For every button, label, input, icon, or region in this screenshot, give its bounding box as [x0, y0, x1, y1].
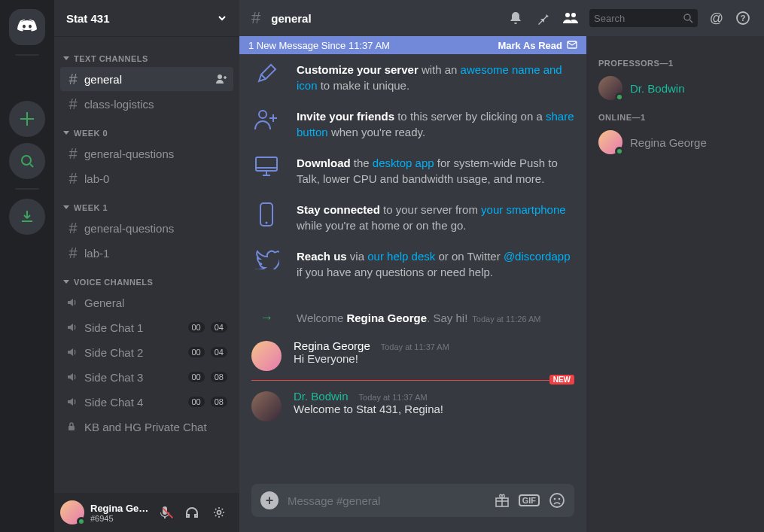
server-header[interactable]: Stat 431	[54, 0, 239, 36]
emoji-button[interactable]	[549, 492, 565, 509]
voice-badge: 04	[211, 347, 227, 357]
message-time: Today at 11:37 AM	[381, 342, 449, 351]
lock-icon	[66, 421, 80, 432]
channel-name: Side Chat 2	[84, 346, 143, 359]
voice-channel[interactable]: Side Chat 10004	[60, 315, 233, 339]
text-channel[interactable]: #general-questions	[60, 141, 233, 166]
voice-channel[interactable]: Side Chat 40008	[60, 390, 233, 414]
svg-rect-11	[256, 157, 277, 171]
chevron-down-icon	[217, 13, 227, 23]
notifications-icon[interactable]	[508, 11, 525, 26]
voice-badge: 08	[211, 397, 227, 407]
message: Dr. BodwinToday at 11:37 AMWelcome to St…	[251, 384, 574, 424]
member-prof[interactable]: Dr. Bodwin	[598, 72, 758, 104]
welcome-text: Download the desktop app for system-wide…	[297, 155, 574, 187]
locked-channel[interactable]: KB and HG Private Chat	[60, 415, 233, 439]
speaker-icon	[66, 396, 80, 408]
category-header[interactable]: VOICE CHANNELS	[60, 266, 239, 290]
svg-point-10	[259, 111, 266, 118]
desktop-icon	[251, 155, 282, 187]
welcome-text: Customize your server with an awesome na…	[297, 62, 574, 93]
join-message: →Welcome Regina George. Say hi!Today at …	[251, 287, 574, 333]
twitter-icon	[251, 248, 282, 280]
gift-button[interactable]	[495, 493, 510, 508]
svg-point-16	[266, 222, 268, 224]
message-text: Welcome to Stat 431, Regina!	[294, 403, 574, 415]
mark-as-read: Mark As Read	[498, 40, 563, 51]
text-channel[interactable]: #lab-1	[60, 241, 233, 265]
avatar	[598, 76, 622, 100]
hash-icon: #	[251, 8, 260, 28]
pinned-icon[interactable]	[535, 11, 552, 26]
explore-button[interactable]	[9, 143, 45, 179]
pencil-icon	[251, 62, 282, 93]
add-server-button[interactable]	[9, 101, 45, 137]
member-name: Dr. Bodwin	[630, 82, 685, 95]
voice-channel[interactable]: Side Chat 20004	[60, 340, 233, 364]
speaker-icon	[66, 371, 80, 383]
members-sidebar: PROFESSORS—1Dr. BodwinONLINE—1Regina Geo…	[586, 36, 764, 532]
mute-button[interactable]	[158, 506, 179, 519]
search-input[interactable]: Search	[589, 9, 698, 27]
hash-icon: #	[66, 145, 80, 163]
gif-button[interactable]: GIF	[519, 494, 540, 506]
member-name: Regina George	[630, 136, 707, 149]
voice-badge: 08	[211, 372, 227, 382]
category-header[interactable]: TEXT CHANNELS	[60, 42, 239, 66]
voice-badge: 00	[188, 322, 205, 333]
chat-area: # general Search @ ? 1 New Message Since…	[239, 0, 764, 532]
attach-button[interactable]: +	[260, 491, 279, 509]
settings-button[interactable]	[212, 506, 233, 519]
svg-point-2	[218, 74, 222, 79]
hash-icon: #	[66, 245, 80, 262]
svg-line-1	[30, 164, 33, 167]
message-time: Today at 11:37 AM	[359, 393, 428, 402]
voice-badge: 00	[188, 397, 205, 407]
members-toggle-icon[interactable]	[562, 11, 579, 26]
avatar[interactable]	[251, 391, 282, 421]
text-channel[interactable]: #general-questions	[60, 216, 233, 240]
svg-point-0	[22, 156, 31, 165]
channel-name: general-questions	[84, 147, 174, 160]
help-icon[interactable]: ?	[735, 11, 752, 26]
voice-channel[interactable]: General	[60, 290, 233, 315]
new-divider: NEW	[251, 380, 574, 381]
search-placeholder: Search	[594, 13, 683, 24]
speaker-icon	[66, 321, 80, 333]
deafen-button[interactable]	[185, 506, 206, 519]
svg-rect-3	[68, 426, 75, 430]
text-channel[interactable]: #general	[60, 67, 233, 91]
text-channel[interactable]: #lab-0	[60, 166, 233, 190]
voice-channel[interactable]: Side Chat 30008	[60, 365, 233, 389]
message-author[interactable]: Dr. Bodwin	[294, 390, 349, 403]
category-header[interactable]: WEEK 1	[60, 191, 239, 215]
welcome-text: Stay connected to your server from your …	[297, 202, 574, 233]
add-user-icon[interactable]	[215, 73, 227, 85]
hash-icon: #	[66, 170, 80, 187]
download-apps-button[interactable]	[9, 199, 45, 235]
message-input[interactable]: + Message #general GIF	[251, 484, 574, 517]
channel-name: lab-1	[84, 247, 109, 260]
member-group-label: PROFESSORS—1	[598, 59, 758, 68]
channel-name: KB and HG Private Chat	[84, 421, 207, 433]
self-avatar[interactable]	[60, 500, 84, 524]
welcome-text: Invite your friends to this server by cl…	[297, 108, 574, 140]
hash-icon: #	[66, 96, 80, 113]
voice-badge: 00	[188, 347, 205, 357]
avatar[interactable]	[251, 341, 282, 371]
avatar	[598, 130, 622, 154]
category-header[interactable]: WEEK 0	[60, 117, 239, 141]
message-text: Hi Everyone!	[294, 352, 574, 365]
channel-name: general	[84, 73, 122, 86]
speaker-icon	[66, 346, 80, 358]
discord-home-button[interactable]	[9, 9, 45, 45]
new-messages-bar[interactable]: 1 New Message Since 11:37 AM Mark As Rea…	[239, 36, 586, 54]
channel-name: lab-0	[84, 172, 109, 185]
search-icon	[683, 13, 693, 23]
message-author[interactable]: Regina George	[294, 339, 370, 352]
text-channel[interactable]: #class-logistics	[60, 92, 233, 116]
channel-sidebar: Stat 431 TEXT CHANNELS#general#class-log…	[54, 0, 239, 532]
member-online[interactable]: Regina George	[598, 126, 758, 158]
message: Regina GeorgeToday at 11:37 AMHi Everyon…	[251, 333, 574, 374]
mentions-icon[interactable]: @	[708, 11, 725, 26]
